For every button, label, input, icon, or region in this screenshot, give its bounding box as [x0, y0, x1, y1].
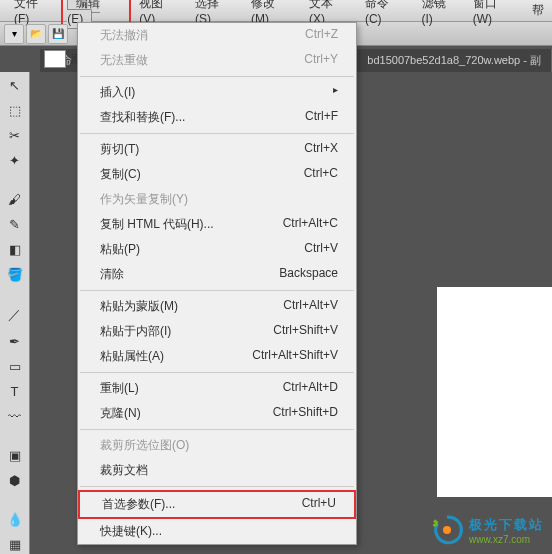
- menu-paste-attr-label: 粘贴属性(A): [100, 348, 164, 365]
- subselect-tool-icon[interactable]: ⬚: [4, 103, 26, 118]
- menu-copy-vector-label: 作为矢量复制(Y): [100, 191, 188, 208]
- freeform-tool-icon[interactable]: 〰: [4, 409, 26, 424]
- menu-commands[interactable]: 命令(C): [357, 0, 414, 28]
- menu-insert[interactable]: 插入(I) ▸: [78, 80, 356, 105]
- menu-copy-vector: 作为矢量复制(Y): [78, 187, 356, 212]
- menu-separator: [80, 486, 354, 487]
- menu-separator: [80, 76, 354, 77]
- watermark-logo-icon: [431, 514, 463, 546]
- submenu-arrow-icon: ▸: [333, 84, 338, 101]
- menu-paste-mask-label: 粘贴为蒙版(M): [100, 298, 178, 315]
- menu-help[interactable]: 帮: [524, 0, 552, 21]
- menu-paste-shortcut: Ctrl+V: [304, 241, 338, 258]
- menu-paste-mask[interactable]: 粘贴为蒙版(M) Ctrl+Alt+V: [78, 294, 356, 319]
- menu-paste-attr[interactable]: 粘贴属性(A) Ctrl+Alt+Shift+V: [78, 344, 356, 369]
- wand-tool-icon[interactable]: ✦: [4, 153, 26, 168]
- menu-copy-html[interactable]: 复制 HTML 代码(H)... Ctrl+Alt+C: [78, 212, 356, 237]
- menu-copy-html-shortcut: Ctrl+Alt+C: [283, 216, 338, 233]
- toolbar-btn-1[interactable]: ▾: [4, 24, 24, 44]
- menu-clear[interactable]: 清除 Backspace: [78, 262, 356, 287]
- menu-cut-shortcut: Ctrl+X: [304, 141, 338, 158]
- menu-paste-label: 粘贴(P): [100, 241, 140, 258]
- menu-copy[interactable]: 复制(C) Ctrl+C: [78, 162, 356, 187]
- menu-redo-label: 无法重做: [100, 52, 148, 69]
- menu-copy-shortcut: Ctrl+C: [304, 166, 338, 183]
- pointer-tool-icon[interactable]: ↖: [4, 78, 26, 93]
- menu-cut[interactable]: 剪切(T) Ctrl+X: [78, 137, 356, 162]
- menu-redo: 无法重做 Ctrl+Y: [78, 48, 356, 73]
- menu-clone[interactable]: 克隆(N) Ctrl+Shift+D: [78, 401, 356, 426]
- menu-crop-doc-label: 裁剪文档: [100, 462, 148, 479]
- menu-undo: 无法撤消 Ctrl+Z: [78, 23, 356, 48]
- menu-preferences[interactable]: 首选参数(F)... Ctrl+U: [78, 490, 356, 519]
- menu-separator: [80, 429, 354, 430]
- eraser-tool-icon[interactable]: ◧: [4, 242, 26, 257]
- tab-file[interactable]: bd15007be52d1a8_720w.webp - 副: [357, 49, 552, 72]
- menu-clone-shortcut: Ctrl+Shift+D: [273, 405, 338, 422]
- paint-tool-icon[interactable]: ▦: [4, 537, 26, 552]
- bucket-tool-icon[interactable]: 🪣: [4, 267, 26, 282]
- menu-undo-shortcut: Ctrl+Z: [305, 27, 338, 44]
- menu-separator: [80, 290, 354, 291]
- tools-panel: ↖ ⬚ ✂ ✦ 🖌 ✎ ◧ 🪣 ／ ✒ ▭ T 〰 ▣ ⬢ 💧 ▦: [0, 72, 30, 554]
- brush-tool-icon[interactable]: 🖌: [4, 192, 26, 207]
- menu-shortcuts[interactable]: 快捷键(K)...: [78, 519, 356, 544]
- menu-paste-inside-label: 粘贴于内部(I): [100, 323, 171, 340]
- menu-cut-label: 剪切(T): [100, 141, 139, 158]
- watermark: 极光下载站 www.xz7.com: [431, 514, 544, 546]
- menu-paste-inside-shortcut: Ctrl+Shift+V: [273, 323, 338, 340]
- menu-duplicate[interactable]: 重制(L) Ctrl+Alt+D: [78, 376, 356, 401]
- menu-separator: [80, 372, 354, 373]
- crop-tool-icon[interactable]: ✂: [4, 128, 26, 143]
- menu-clone-label: 克隆(N): [100, 405, 141, 422]
- watermark-title: 极光下载站: [469, 516, 544, 534]
- menu-duplicate-shortcut: Ctrl+Alt+D: [283, 380, 338, 397]
- slice-tool-icon[interactable]: ▣: [4, 448, 26, 463]
- menu-paste-inside[interactable]: 粘贴于内部(I) Ctrl+Shift+V: [78, 319, 356, 344]
- menu-window[interactable]: 窗口(W): [465, 0, 524, 28]
- menu-copy-label: 复制(C): [100, 166, 141, 183]
- menu-shortcuts-label: 快捷键(K)...: [100, 523, 162, 540]
- rect-tool-icon[interactable]: ▭: [4, 359, 26, 374]
- menu-crop-sel-label: 裁剪所选位图(O): [100, 437, 189, 454]
- menu-preferences-shortcut: Ctrl+U: [302, 496, 336, 513]
- svg-point-0: [443, 526, 451, 534]
- menu-crop-sel: 裁剪所选位图(O): [78, 433, 356, 458]
- menu-duplicate-label: 重制(L): [100, 380, 139, 397]
- menu-copy-html-label: 复制 HTML 代码(H)...: [100, 216, 214, 233]
- menu-paste-attr-shortcut: Ctrl+Alt+Shift+V: [252, 348, 338, 365]
- menu-filters[interactable]: 滤镜(I): [414, 0, 465, 28]
- menu-redo-shortcut: Ctrl+Y: [304, 52, 338, 69]
- hotspot-tool-icon[interactable]: ⬢: [4, 473, 26, 488]
- text-tool-icon[interactable]: T: [4, 384, 26, 399]
- menu-preferences-label: 首选参数(F)...: [102, 496, 175, 513]
- toolbar-btn-open[interactable]: 📂: [26, 24, 46, 44]
- menu-find-label: 查找和替换(F)...: [100, 109, 185, 126]
- canvas-document[interactable]: [437, 287, 552, 497]
- menu-insert-label: 插入(I): [100, 84, 135, 101]
- menu-separator: [80, 133, 354, 134]
- options-bar: 原: [40, 46, 81, 72]
- menu-find[interactable]: 查找和替换(F)... Ctrl+F: [78, 105, 356, 130]
- eyedropper-tool-icon[interactable]: 💧: [4, 512, 26, 527]
- pencil-tool-icon[interactable]: ✎: [4, 217, 26, 232]
- menu-paste[interactable]: 粘贴(P) Ctrl+V: [78, 237, 356, 262]
- watermark-url: www.xz7.com: [469, 534, 544, 545]
- menu-crop-doc[interactable]: 裁剪文档: [78, 458, 356, 483]
- pen-tool-icon[interactable]: ✒: [4, 334, 26, 349]
- menu-undo-label: 无法撤消: [100, 27, 148, 44]
- menu-paste-mask-shortcut: Ctrl+Alt+V: [283, 298, 338, 315]
- edit-dropdown: 无法撤消 Ctrl+Z 无法重做 Ctrl+Y 插入(I) ▸ 查找和替换(F)…: [77, 22, 357, 545]
- opt-swatch[interactable]: [44, 50, 66, 68]
- line-tool-icon[interactable]: ／: [4, 306, 26, 324]
- menubar: 文件(F) 编辑(E) 视图(V) 选择(S) 修改(M) 文本(X) 命令(C…: [0, 0, 552, 22]
- watermark-text: 极光下载站 www.xz7.com: [469, 516, 544, 545]
- toolbar-btn-save[interactable]: 💾: [48, 24, 68, 44]
- menu-clear-label: 清除: [100, 266, 124, 283]
- menu-clear-shortcut: Backspace: [279, 266, 338, 283]
- menu-find-shortcut: Ctrl+F: [305, 109, 338, 126]
